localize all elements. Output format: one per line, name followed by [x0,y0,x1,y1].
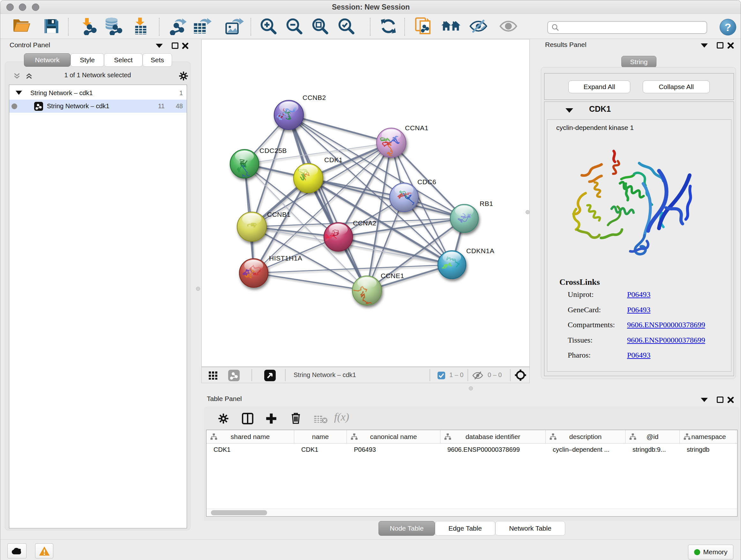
column-tree-icon [444,433,451,440]
network-canvas[interactable]: CCNB2CCNA1CDC25BCDK1CDC6RB1CCNB1CCNA2CDK… [201,39,530,367]
network-collection-count: 1 [164,89,183,97]
cloud-icon [11,547,23,556]
birdseye-crosshair-icon[interactable] [514,369,527,381]
netbar-separator [510,369,511,381]
show-all-button[interactable] [499,18,518,36]
scrollbar-thumb[interactable] [211,510,267,515]
tab-edge-table[interactable]: Edge Table [435,521,495,536]
results-panel-menu-icon[interactable] [701,44,708,48]
table-panel-float-icon[interactable] [717,396,724,403]
tab-select[interactable]: Select [104,53,143,67]
network-node-cdkn1a[interactable] [438,251,466,279]
table-horizontal-scrollbar[interactable] [206,509,737,516]
memory-button[interactable]: Memory [688,545,733,559]
export-table-button[interactable] [192,17,212,37]
network-share-view-icon[interactable] [228,370,240,381]
network-node-cdc6[interactable] [390,183,418,212]
hidden-eye-slash-icon[interactable] [472,371,483,380]
import-table-from-file-button[interactable] [131,17,150,37]
tab-network[interactable]: Network [24,53,71,67]
tab-node-table[interactable]: Node Table [379,521,435,536]
network-node-ccnb2[interactable] [274,100,304,130]
control-panel-float-icon[interactable] [172,43,179,49]
copy-button[interactable] [414,17,432,37]
table-cell[interactable]: stringdb [680,443,738,455]
warning-status-button[interactable] [35,543,53,558]
delete-column-trash-icon[interactable] [290,412,301,425]
import-network-from-file-button[interactable] [79,17,98,37]
network-node-ccnb1[interactable] [237,212,266,241]
network-options-gear-icon[interactable] [179,71,188,81]
column-header-shared-name[interactable]: shared name [206,430,294,443]
left-splitter-handle[interactable] [196,287,200,291]
table-panel-menu-icon[interactable] [701,398,708,402]
column-tree-icon [549,433,556,440]
column-header-label: canonical name [370,433,417,441]
crosslink-value-link[interactable]: P06493 [627,290,650,299]
hide-selected-button[interactable] [469,18,488,36]
collapse-all-button[interactable]: Collapse All [643,80,710,93]
network-node-ccne1[interactable] [345,276,382,305]
table-cell[interactable]: cyclin–dependent ... [546,443,625,455]
open-session-button[interactable] [12,18,31,36]
export-image-button[interactable] [225,17,244,37]
zoom-in-button[interactable] [260,17,277,36]
table-settings-gear-icon[interactable] [218,413,229,424]
collection-expander-icon[interactable] [16,91,22,95]
refresh-button[interactable] [380,17,397,37]
right-splitter-handle[interactable] [526,210,530,214]
crosslink-value-link[interactable]: 9606.ENSP00000378699 [627,336,705,345]
crosslink-value-link[interactable]: 9606.ENSP00000378699 [627,320,705,329]
first-neighbors-button[interactable] [441,18,461,36]
cloud-status-button[interactable] [7,543,26,558]
zoom-out-button[interactable] [286,17,303,36]
crosslink-value-link[interactable]: P06493 [627,306,650,314]
table-cell[interactable]: CDK1 [294,443,347,455]
table-cell[interactable]: CDK1 [206,443,294,455]
grid-view-icon[interactable] [208,371,218,380]
network-node-rb1[interactable] [450,204,478,233]
search-box[interactable] [547,21,707,34]
bottom-splitter-handle[interactable] [469,386,473,390]
column-header-canonical-name[interactable]: canonical name [347,430,441,443]
control-panel-menu-icon[interactable] [156,44,163,48]
table-cell[interactable]: P06493 [347,443,441,455]
column-header-description[interactable]: description [546,430,625,443]
tab-style[interactable]: Style [71,53,104,67]
network-node-hist1h1a[interactable] [239,259,268,287]
network-collection-row[interactable]: String Network – cdk1 1 [9,86,187,100]
column-header--id[interactable]: @id [625,430,680,443]
main-toolbar: ? [0,14,741,39]
results-panel-float-icon[interactable] [717,42,724,49]
tab-string[interactable]: String [621,56,657,68]
network-node-cdc25b[interactable] [230,149,259,181]
expand-all-button[interactable]: Expand All [568,80,630,93]
export-network-button[interactable] [168,17,187,37]
help-button[interactable]: ? [720,19,736,36]
tab-sets[interactable]: Sets [143,53,172,67]
import-network-from-database-button[interactable] [104,17,123,37]
column-header-namespace[interactable]: namespace [680,430,738,443]
add-column-icon[interactable] [265,413,277,425]
network-node-ccna2[interactable] [323,223,353,251]
tab-network-table[interactable]: Network Table [495,521,565,536]
column-header-name[interactable]: name [294,430,347,443]
zoom-selected-button[interactable] [338,17,355,36]
table-cell[interactable]: 9606.ENSP00000378699 [441,443,546,455]
detach-view-icon[interactable] [264,370,276,381]
table-panel-close-icon[interactable] [727,396,734,403]
save-session-button[interactable] [43,18,60,36]
show-column-icon[interactable] [242,413,254,425]
table-cell[interactable]: stringdb:9... [625,443,680,455]
search-input[interactable] [559,24,706,31]
zoom-fit-button[interactable] [312,17,329,36]
network-row-selected[interactable]: String Network – cdk1 11 48 [9,100,187,113]
protein-section-expander-icon[interactable] [565,108,573,113]
results-panel-close-icon[interactable] [727,42,734,49]
column-header-database-identifier[interactable]: database identifier [441,430,546,443]
network-node-cdk1[interactable] [293,164,323,193]
crosslink-value-link[interactable]: P06493 [627,351,650,360]
network-node-ccna1[interactable] [377,128,406,158]
control-panel-close-icon[interactable] [182,42,189,50]
selected-checkbox-icon[interactable] [437,372,445,379]
